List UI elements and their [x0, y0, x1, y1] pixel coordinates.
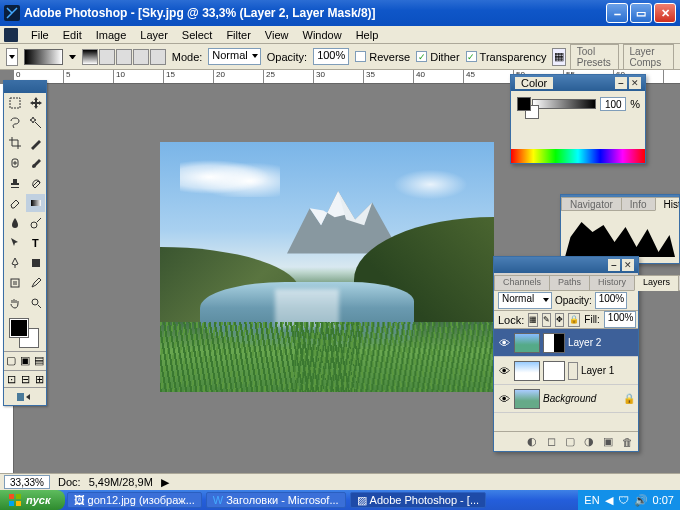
window-minimize-button[interactable]: ‒ — [606, 3, 628, 23]
layer-blend-select[interactable]: Normal — [498, 292, 552, 309]
visibility-icon[interactable]: 👁 — [497, 392, 511, 406]
color-swatches[interactable] — [8, 317, 42, 347]
lock-pixels-icon[interactable]: ✎ — [542, 313, 551, 327]
language-indicator[interactable]: EN — [584, 494, 599, 506]
layer-row[interactable]: 👁 Layer 1 — [494, 357, 638, 385]
fill-input[interactable]: 100% — [604, 311, 636, 328]
layers-panel-titlebar[interactable]: ‒✕ — [494, 257, 638, 273]
type-tool[interactable]: T — [25, 233, 46, 253]
menu-file[interactable]: File — [24, 28, 56, 42]
fullscreen-button[interactable]: ▤ — [32, 352, 46, 368]
adjustment-layer-icon[interactable]: ◑ — [582, 435, 596, 449]
marquee-tool[interactable] — [4, 93, 25, 113]
lock-all-icon[interactable]: 🔒 — [568, 313, 580, 327]
gradient-dropdown-icon[interactable] — [69, 55, 76, 59]
slice-tool[interactable] — [25, 133, 46, 153]
screen-mode-3[interactable]: ⊞ — [32, 371, 46, 387]
screen-mode-1[interactable]: ⊡ — [4, 371, 18, 387]
window-close-button[interactable]: ✕ — [654, 3, 676, 23]
color-tab[interactable]: Color — [515, 77, 553, 89]
tray-icon[interactable]: 🔊 — [634, 494, 648, 507]
panel-close-icon[interactable]: ✕ — [622, 259, 634, 271]
gradient-diamond-button[interactable] — [150, 49, 166, 65]
navigator-tab[interactable]: Navigator — [561, 197, 622, 211]
mask-thumbnail[interactable] — [543, 361, 565, 381]
color-k-slider[interactable] — [532, 99, 596, 109]
link-icon[interactable] — [568, 362, 578, 380]
panel-minimize-icon[interactable]: ‒ — [615, 77, 627, 89]
eraser-tool[interactable] — [4, 193, 25, 213]
color-spectrum[interactable] — [511, 149, 645, 163]
hand-tool[interactable] — [4, 293, 25, 313]
menu-image[interactable]: Image — [89, 28, 134, 42]
palette-well-button[interactable]: ▦ — [552, 48, 565, 66]
blur-tool[interactable] — [4, 213, 25, 233]
visibility-icon[interactable]: 👁 — [497, 336, 511, 350]
new-layer-icon[interactable]: ▣ — [601, 435, 615, 449]
notes-tool[interactable] — [4, 273, 25, 293]
shape-tool[interactable] — [25, 253, 46, 273]
menu-select[interactable]: Select — [175, 28, 220, 42]
screen-mode-2[interactable]: ⊟ — [18, 371, 32, 387]
menu-edit[interactable]: Edit — [56, 28, 89, 42]
gradient-reflected-button[interactable] — [133, 49, 149, 65]
lock-position-icon[interactable]: ✥ — [555, 313, 564, 327]
layer-row[interactable]: 👁 Layer 2 — [494, 329, 638, 357]
start-button[interactable]: пуск — [0, 490, 65, 510]
layers-tab[interactable]: Layers — [634, 275, 679, 291]
gradient-radial-button[interactable] — [99, 49, 115, 65]
fullscreen-menu-button[interactable]: ▣ — [18, 352, 32, 368]
lasso-tool[interactable] — [4, 113, 25, 133]
panel-close-icon[interactable]: ✕ — [629, 77, 641, 89]
standard-mode-button[interactable]: ▢ — [4, 352, 18, 368]
eyedropper-tool[interactable] — [25, 273, 46, 293]
mask-thumbnail[interactable] — [543, 333, 565, 353]
stamp-tool[interactable] — [4, 173, 25, 193]
gradient-linear-button[interactable] — [82, 49, 98, 65]
delete-layer-icon[interactable]: 🗑 — [620, 435, 634, 449]
gradient-tool[interactable] — [25, 193, 46, 213]
info-tab[interactable]: Info — [621, 197, 656, 211]
opacity-input[interactable]: 100% — [313, 48, 349, 65]
toolbox-titlebar[interactable] — [4, 81, 46, 93]
layer-thumbnail[interactable] — [514, 361, 540, 381]
history-brush-tool[interactable] — [25, 173, 46, 193]
color-panel-titlebar[interactable]: Color ‒✕ — [511, 75, 645, 91]
tool-presets-tab[interactable]: Tool Presets — [570, 44, 619, 70]
menu-help[interactable]: Help — [349, 28, 386, 42]
window-maximize-button[interactable]: ▭ — [630, 3, 652, 23]
layer-style-icon[interactable]: ◐ — [525, 435, 539, 449]
dodge-tool[interactable] — [25, 213, 46, 233]
tray-icon[interactable]: 🛡 — [618, 494, 629, 506]
zoom-input[interactable] — [4, 475, 50, 489]
layer-name[interactable]: Layer 1 — [581, 365, 614, 376]
color-k-input[interactable] — [600, 97, 626, 111]
transparency-checkbox[interactable]: ✓Transparency — [466, 51, 547, 63]
layer-row[interactable]: 👁 Background 🔒 — [494, 385, 638, 413]
taskbar-item[interactable]: ▨Adobe Photoshop - [... — [350, 492, 486, 508]
histogram-tab[interactable]: Histogram — [655, 197, 680, 211]
taskbar-item[interactable]: 🖼gon12.jpg (изображ... — [67, 492, 202, 508]
foreground-color[interactable] — [10, 319, 28, 337]
document-icon[interactable] — [4, 28, 18, 42]
visibility-icon[interactable]: 👁 — [497, 364, 511, 378]
document-canvas[interactable] — [160, 142, 494, 392]
clock[interactable]: 0:07 — [653, 494, 674, 506]
blend-mode-select[interactable]: Normal — [208, 48, 260, 65]
menu-window[interactable]: Window — [296, 28, 349, 42]
history-tab[interactable]: History — [589, 275, 635, 291]
heal-tool[interactable] — [4, 153, 25, 173]
layer-opacity-input[interactable]: 100% — [595, 292, 627, 309]
layer-comps-tab[interactable]: Layer Comps — [623, 44, 675, 70]
tool-preset-picker[interactable] — [6, 48, 18, 66]
imageready-button[interactable] — [4, 387, 46, 405]
brush-tool[interactable] — [25, 153, 46, 173]
paths-tab[interactable]: Paths — [549, 275, 590, 291]
dither-checkbox[interactable]: ✓Dither — [416, 51, 459, 63]
menu-layer[interactable]: Layer — [133, 28, 175, 42]
layer-name[interactable]: Background — [543, 393, 596, 404]
layer-thumbnail[interactable] — [514, 333, 540, 353]
pen-tool[interactable] — [4, 253, 25, 273]
status-arrow-icon[interactable]: ▶ — [161, 476, 169, 489]
crop-tool[interactable] — [4, 133, 25, 153]
